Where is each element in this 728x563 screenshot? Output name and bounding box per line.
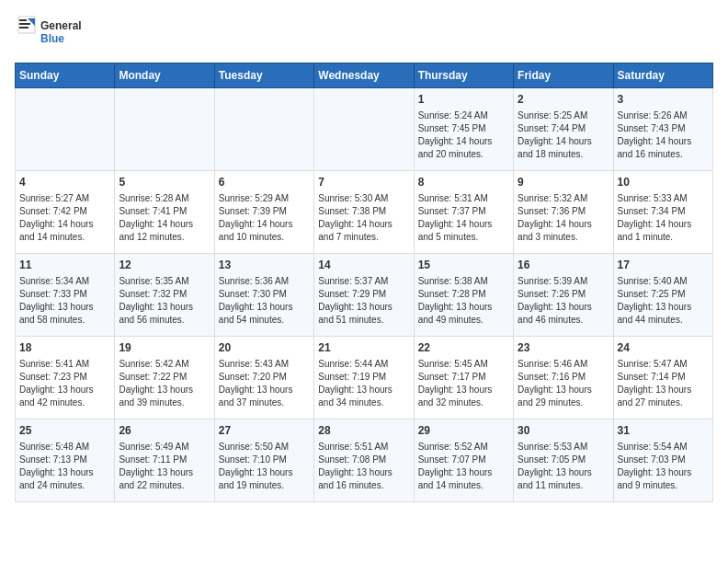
calendar-cell: 21Sunrise: 5:44 AM Sunset: 7:19 PM Dayli… [314,337,414,419]
day-number: 22 [418,340,509,356]
calendar-cell: 25Sunrise: 5:48 AM Sunset: 7:13 PM Dayli… [16,419,115,502]
day-number: 3 [618,92,709,108]
calendar-cell: 27Sunrise: 5:50 AM Sunset: 7:10 PM Dayli… [214,419,313,502]
cell-content: Sunrise: 5:51 AM Sunset: 7:08 PM Dayligh… [318,441,409,492]
day-number: 15 [418,258,509,273]
col-header-tuesday: Tuesday [214,63,313,88]
calendar-cell: 15Sunrise: 5:38 AM Sunset: 7:28 PM Dayli… [414,254,513,337]
week-row-3: 11Sunrise: 5:34 AM Sunset: 7:33 PM Dayli… [16,254,713,337]
calendar-header-row: SundayMondayTuesdayWednesdayThursdayFrid… [16,63,713,88]
calendar-cell: 17Sunrise: 5:40 AM Sunset: 7:25 PM Dayli… [613,254,712,337]
day-number: 11 [19,258,110,273]
calendar-cell [214,88,313,171]
calendar-cell [115,88,214,171]
calendar-cell: 26Sunrise: 5:49 AM Sunset: 7:11 PM Dayli… [115,419,214,502]
calendar-cell: 18Sunrise: 5:41 AM Sunset: 7:23 PM Dayli… [16,337,115,419]
day-number: 4 [19,175,110,190]
col-header-wednesday: Wednesday [314,63,414,88]
day-number: 19 [119,340,210,356]
calendar-cell: 8Sunrise: 5:31 AM Sunset: 7:37 PM Daylig… [414,171,513,254]
logo: General Blue [15,15,88,52]
cell-content: Sunrise: 5:47 AM Sunset: 7:14 PM Dayligh… [618,358,709,409]
day-number: 2 [518,92,609,108]
cell-content: Sunrise: 5:43 AM Sunset: 7:20 PM Dayligh… [219,358,310,409]
calendar-table: SundayMondayTuesdayWednesdayThursdayFrid… [15,63,713,502]
calendar-cell: 5Sunrise: 5:28 AM Sunset: 7:41 PM Daylig… [115,171,214,254]
cell-content: Sunrise: 5:40 AM Sunset: 7:25 PM Dayligh… [618,275,709,327]
day-number: 14 [318,258,409,273]
calendar-cell: 10Sunrise: 5:33 AM Sunset: 7:34 PM Dayli… [613,171,712,254]
calendar-cell [16,88,115,171]
cell-content: Sunrise: 5:50 AM Sunset: 7:10 PM Dayligh… [219,441,310,492]
calendar-cell [314,88,414,171]
cell-content: Sunrise: 5:45 AM Sunset: 7:17 PM Dayligh… [418,358,509,409]
cell-content: Sunrise: 5:52 AM Sunset: 7:07 PM Dayligh… [418,441,509,492]
cell-content: Sunrise: 5:38 AM Sunset: 7:28 PM Dayligh… [418,275,509,327]
day-number: 28 [318,423,409,439]
calendar-cell: 20Sunrise: 5:43 AM Sunset: 7:20 PM Dayli… [214,337,313,419]
day-number: 5 [119,175,210,190]
day-number: 16 [518,258,609,273]
page-header: General Blue [15,15,713,52]
day-number: 29 [418,423,509,439]
cell-content: Sunrise: 5:49 AM Sunset: 7:11 PM Dayligh… [119,441,210,492]
calendar-cell: 7Sunrise: 5:30 AM Sunset: 7:38 PM Daylig… [314,171,414,254]
cell-content: Sunrise: 5:53 AM Sunset: 7:05 PM Dayligh… [518,441,609,492]
day-number: 1 [418,92,509,108]
cell-content: Sunrise: 5:46 AM Sunset: 7:16 PM Dayligh… [518,358,609,409]
day-number: 30 [518,423,609,439]
calendar-cell: 24Sunrise: 5:47 AM Sunset: 7:14 PM Dayli… [613,337,712,419]
cell-content: Sunrise: 5:29 AM Sunset: 7:39 PM Dayligh… [219,192,310,244]
svg-rect-5 [19,23,30,25]
calendar-cell: 4Sunrise: 5:27 AM Sunset: 7:42 PM Daylig… [16,171,115,254]
calendar-cell: 2Sunrise: 5:25 AM Sunset: 7:44 PM Daylig… [514,88,613,171]
col-header-thursday: Thursday [414,63,513,88]
day-number: 10 [618,175,709,190]
day-number: 27 [219,423,310,439]
day-number: 7 [318,175,409,190]
cell-content: Sunrise: 5:31 AM Sunset: 7:37 PM Dayligh… [418,192,509,244]
day-number: 8 [418,175,509,190]
cell-content: Sunrise: 5:42 AM Sunset: 7:22 PM Dayligh… [119,358,210,409]
cell-content: Sunrise: 5:54 AM Sunset: 7:03 PM Dayligh… [618,441,709,492]
cell-content: Sunrise: 5:36 AM Sunset: 7:30 PM Dayligh… [219,275,310,327]
logo-svg: General Blue [15,15,88,52]
day-number: 26 [119,423,210,439]
cell-content: Sunrise: 5:27 AM Sunset: 7:42 PM Dayligh… [19,192,110,244]
calendar-cell: 1Sunrise: 5:24 AM Sunset: 7:45 PM Daylig… [414,88,513,171]
svg-text:Blue: Blue [40,32,64,45]
svg-rect-6 [19,27,28,29]
day-number: 31 [618,423,709,439]
week-row-4: 18Sunrise: 5:41 AM Sunset: 7:23 PM Dayli… [16,337,713,419]
day-number: 13 [219,258,310,273]
day-number: 20 [219,340,310,356]
cell-content: Sunrise: 5:30 AM Sunset: 7:38 PM Dayligh… [318,192,409,244]
col-header-saturday: Saturday [613,63,712,88]
day-number: 23 [518,340,609,356]
calendar-cell: 3Sunrise: 5:26 AM Sunset: 7:43 PM Daylig… [613,88,712,171]
cell-content: Sunrise: 5:34 AM Sunset: 7:33 PM Dayligh… [19,275,110,327]
col-header-friday: Friday [514,63,613,88]
calendar-cell: 14Sunrise: 5:37 AM Sunset: 7:29 PM Dayli… [314,254,414,337]
cell-content: Sunrise: 5:35 AM Sunset: 7:32 PM Dayligh… [119,275,210,327]
calendar-cell: 9Sunrise: 5:32 AM Sunset: 7:36 PM Daylig… [514,171,613,254]
day-number: 9 [518,175,609,190]
calendar-cell: 13Sunrise: 5:36 AM Sunset: 7:30 PM Dayli… [214,254,313,337]
cell-content: Sunrise: 5:48 AM Sunset: 7:13 PM Dayligh… [19,441,110,492]
day-number: 17 [618,258,709,273]
week-row-1: 1Sunrise: 5:24 AM Sunset: 7:45 PM Daylig… [16,88,713,171]
calendar-cell: 11Sunrise: 5:34 AM Sunset: 7:33 PM Dayli… [16,254,115,337]
cell-content: Sunrise: 5:39 AM Sunset: 7:26 PM Dayligh… [518,275,609,327]
day-number: 18 [19,340,110,356]
cell-content: Sunrise: 5:44 AM Sunset: 7:19 PM Dayligh… [318,358,409,409]
svg-text:General: General [40,19,82,32]
cell-content: Sunrise: 5:32 AM Sunset: 7:36 PM Dayligh… [518,192,609,244]
svg-rect-4 [19,19,27,21]
cell-content: Sunrise: 5:41 AM Sunset: 7:23 PM Dayligh… [19,358,110,409]
calendar-cell: 23Sunrise: 5:46 AM Sunset: 7:16 PM Dayli… [514,337,613,419]
calendar-cell: 16Sunrise: 5:39 AM Sunset: 7:26 PM Dayli… [514,254,613,337]
calendar-cell: 19Sunrise: 5:42 AM Sunset: 7:22 PM Dayli… [115,337,214,419]
col-header-monday: Monday [115,63,214,88]
calendar-cell: 30Sunrise: 5:53 AM Sunset: 7:05 PM Dayli… [514,419,613,502]
day-number: 12 [119,258,210,273]
